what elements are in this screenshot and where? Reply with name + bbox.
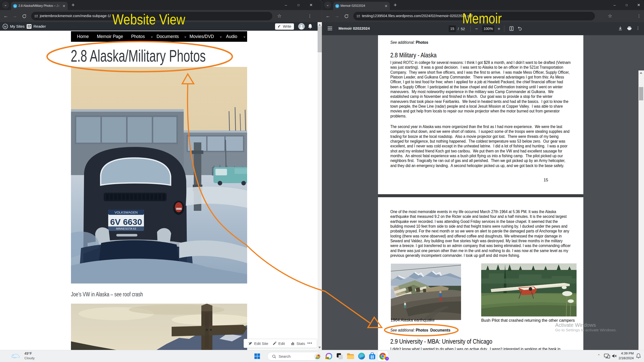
svg-text:W: W (336, 5, 338, 8)
svg-text:W: W (4, 25, 7, 28)
svg-text:W: W (14, 5, 16, 8)
svg-text:MINNESOTA 63: MINNESOTA 63 (116, 227, 136, 230)
svg-text:6V 6630: 6V 6630 (110, 217, 142, 227)
svg-text:VOLKSWAGEN: VOLKSWAGEN (115, 211, 138, 214)
svg-text:PRE: PRE (326, 357, 329, 359)
